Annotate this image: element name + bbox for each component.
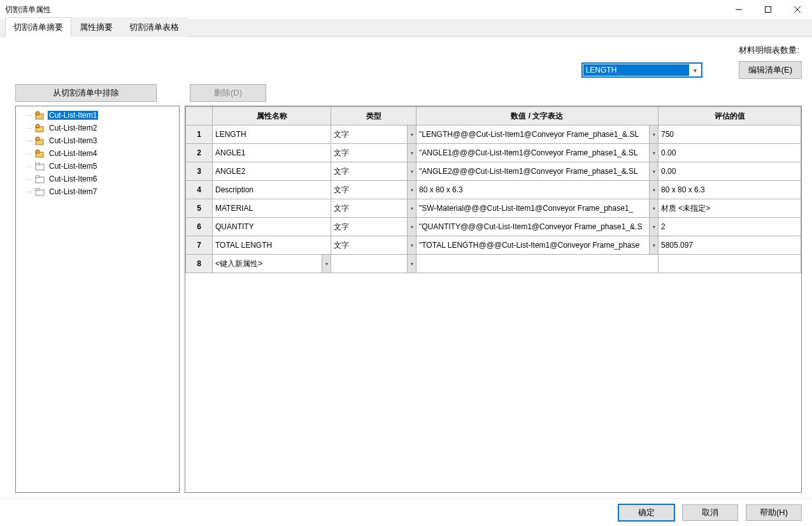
maximize-button[interactable] [753,0,783,19]
chevron-down-icon[interactable]: ▾ [649,144,658,162]
help-button[interactable]: 帮助(H) [746,504,802,521]
tree-item[interactable]: ⋯ Cut-List-Item2 [17,122,178,134]
cell-eval[interactable]: 0.00 [659,162,801,181]
cell-name[interactable]: QUANTITY [213,218,331,236]
cell-eval[interactable]: 5805.097 [659,236,801,255]
chevron-down-icon[interactable]: ▾ [649,162,658,180]
row-number[interactable]: 8 [186,255,213,273]
properties-grid[interactable]: 属性名称 类型 数值 / 文字表达 评估的值 1LENGTH文字▾"LENGTH… [185,106,802,493]
exclude-button[interactable]: 从切割清单中排除 [15,84,157,102]
chevron-down-icon[interactable]: ▾ [649,199,658,217]
row-number[interactable]: 2 [186,144,213,162]
col-header-type[interactable]: 类型 [331,107,417,125]
tree-connector: ⋯ [26,150,32,157]
cell-name[interactable]: TOTAL LENGTH [213,236,331,255]
bom-quantity-combo[interactable]: LENGTH ▾ [582,63,702,77]
cell-type[interactable]: 文字▾ [331,199,417,218]
row-number[interactable]: 1 [186,125,213,144]
col-header-expr[interactable]: 数值 / 文字表达 [417,107,659,125]
cell-name[interactable]: LENGTH [213,125,331,144]
tab-prop-summary[interactable]: 属性摘要 [71,17,121,37]
cell-expr[interactable]: "TOTAL LENGTH@@@Cut-List-Item1@Conveyor … [417,236,659,255]
cell-eval[interactable]: 750 [659,125,801,144]
table-row-new[interactable]: 8<键入新属性>▾▾ [186,255,801,273]
tree-connector: ⋯ [26,138,32,145]
table-row[interactable]: 2ANGLE1文字▾"ANGLE1@@@Cut-List-Item1@Conve… [186,144,801,162]
close-button[interactable] [783,0,812,19]
table-row[interactable]: 1LENGTH文字▾"LENGTH@@@Cut-List-Item1@Conve… [186,125,801,144]
minimize-button[interactable] [724,0,753,19]
table-row[interactable]: 7TOTAL LENGTH文字▾"TOTAL LENGTH@@@Cut-List… [186,236,801,255]
cell-name[interactable]: ANGLE1 [213,144,331,162]
chevron-down-icon[interactable]: ▾ [407,125,416,143]
tree-item[interactable]: ⋯ Cut-List-Item3 [17,134,178,147]
cell-eval[interactable]: 材质 <未指定> [659,199,801,218]
weldment-icon [35,111,45,120]
cell-expr[interactable]: 80 x 80 x 6.3▾ [417,181,659,199]
table-row[interactable]: 4Description文字▾80 x 80 x 6.3▾80 x 80 x 6… [186,181,801,199]
minimize-icon [736,6,742,13]
cancel-button[interactable]: 取消 [682,504,738,521]
chevron-down-icon[interactable]: ▾ [649,236,658,254]
col-header-eval[interactable]: 评估的值 [659,107,801,125]
cell-type[interactable]: ▾ [331,255,417,273]
cell-eval[interactable]: 80 x 80 x 6.3 [659,181,801,199]
cell-expr[interactable]: "LENGTH@@@Cut-List-Item1@Conveyor Frame_… [417,125,659,144]
table-row[interactable]: 6QUANTITY文字▾"QUANTITY@@@Cut-List-Item1@C… [186,218,801,236]
table-row[interactable]: 5MATERIAL文字▾"SW-Material@@@Cut-List-Item… [186,199,801,218]
chevron-down-icon[interactable]: ▾ [322,255,331,273]
row-number[interactable]: 6 [186,218,213,236]
chevron-down-icon[interactable]: ▾ [649,125,658,143]
row-number[interactable]: 5 [186,199,213,218]
svg-point-5 [36,111,39,115]
chevron-down-icon[interactable]: ▾ [407,144,416,162]
svg-point-9 [36,137,39,141]
cell-type[interactable]: 文字▾ [331,181,417,199]
table-row[interactable]: 3ANGLE2文字▾"ANGLE2@@@Cut-List-Item1@Conve… [186,162,801,181]
chevron-down-icon[interactable]: ▾ [649,181,658,199]
chevron-down-icon[interactable]: ▾ [407,255,416,273]
col-header-name[interactable]: 属性名称 [213,107,331,125]
cell-eval[interactable]: 0.00 [659,144,801,162]
tab-summary[interactable]: 切割清单摘要 [5,17,71,37]
edit-list-button[interactable]: 编辑清单(E) [739,61,802,79]
cell-expr[interactable]: "ANGLE2@@@Cut-List-Item1@Conveyor Frame_… [417,162,659,181]
cell-type[interactable]: 文字▾ [331,162,417,181]
tree-item[interactable]: ⋯ Cut-List-Item6 [17,173,178,185]
tree-item[interactable]: ⋯ Cut-List-Item5 [17,160,178,173]
cell-name[interactable]: ANGLE2 [213,162,331,181]
cut-list-tree[interactable]: ⋯ Cut-List-Item1 ⋯ Cut-List-Item2 ⋯ Cut-… [15,106,180,493]
cell-type[interactable]: 文字▾ [331,125,417,144]
cell-type[interactable]: 文字▾ [331,144,417,162]
delete-button[interactable]: 删除(D) [190,84,266,102]
chevron-down-icon[interactable]: ▾ [649,218,658,236]
tab-cut-table[interactable]: 切割清单表格 [121,17,187,37]
cell-name[interactable]: MATERIAL [213,199,331,218]
chevron-down-icon[interactable]: ▾ [407,236,416,254]
cell-name-new[interactable]: <键入新属性>▾ [213,255,331,273]
chevron-down-icon[interactable]: ▾ [407,218,416,236]
cell-type[interactable]: 文字▾ [331,218,417,236]
row-number[interactable]: 3 [186,162,213,181]
row-number[interactable]: 7 [186,236,213,255]
cell-eval[interactable]: 2 [659,218,801,236]
cell-expr[interactable] [417,255,659,273]
cell-expr[interactable]: "QUANTITY@@@Cut-List-Item1@Conveyor Fram… [417,218,659,236]
cell-type[interactable]: 文字▾ [331,236,417,255]
cell-expr[interactable]: "SW-Material@@@Cut-List-Item1@Conveyor F… [417,199,659,218]
svg-rect-1 [766,7,771,13]
grid-corner[interactable] [186,107,213,125]
chevron-down-icon[interactable]: ▾ [407,199,416,217]
tree-item[interactable]: ⋯ Cut-List-Item1 [17,109,178,122]
top-controls: 材料明细表数量: [0,37,812,61]
cell-eval[interactable] [659,255,801,273]
row-number[interactable]: 4 [186,181,213,199]
tree-item[interactable]: ⋯ Cut-List-Item4 [17,147,178,160]
cell-name[interactable]: Description [213,181,331,199]
tree-item[interactable]: ⋯ Cut-List-Item7 [17,185,178,198]
ok-button[interactable]: 确定 [618,504,674,521]
chevron-down-icon[interactable]: ▾ [407,181,416,199]
svg-point-11 [36,150,39,153]
chevron-down-icon[interactable]: ▾ [407,162,416,180]
cell-expr[interactable]: "ANGLE1@@@Cut-List-Item1@Conveyor Frame_… [417,144,659,162]
